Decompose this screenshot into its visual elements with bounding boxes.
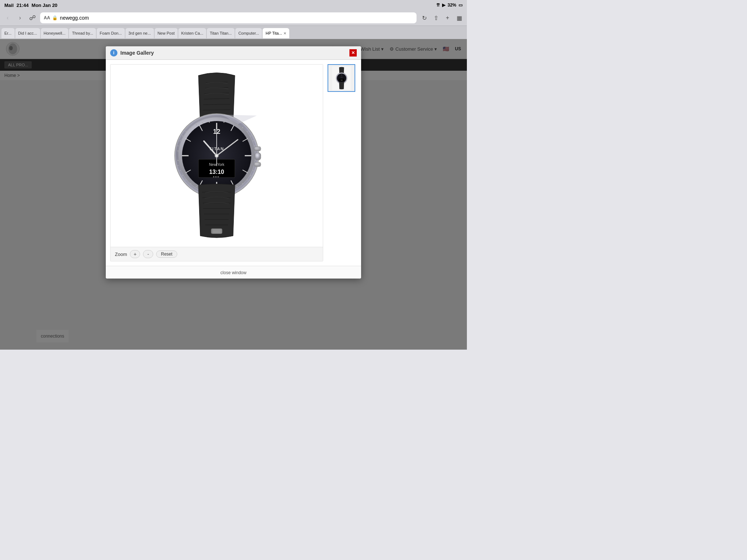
- font-size-indicator: AA: [44, 15, 50, 20]
- svg-point-59: [190, 183, 191, 184]
- svg-point-46: [202, 122, 203, 124]
- image-gallery-modal: i Image Gallery ✕: [106, 46, 361, 279]
- svg-point-35: [254, 145, 255, 147]
- svg-rect-80: [255, 148, 261, 149]
- svg-point-54: [178, 160, 179, 161]
- svg-text:13:10: 13:10: [209, 169, 224, 175]
- status-day: Mon Jan 20: [32, 3, 58, 8]
- thumbnail-area: 12 TITAN New York 13:10: [328, 64, 357, 261]
- tab-label-5: 3rd gen ne...: [128, 31, 151, 35]
- svg-point-34: [253, 140, 254, 141]
- zoom-out-button[interactable]: -: [143, 250, 153, 258]
- battery-icon: ▭: [458, 3, 462, 8]
- thumbnail-watch-svg: 12 TITAN New York 13:10: [330, 66, 353, 90]
- tab-5[interactable]: 3rd gen ne...: [125, 28, 154, 38]
- zoom-label: Zoom: [115, 252, 127, 257]
- svg-rect-79: [255, 147, 261, 148]
- close-window-bar: close window: [106, 266, 361, 279]
- tab-8[interactable]: Titan Titan...: [207, 28, 235, 38]
- tab-6[interactable]: New Post: [155, 28, 178, 38]
- tab-2[interactable]: Honeywell...: [41, 28, 69, 38]
- address-bar[interactable]: AA 🔒 newegg.com: [40, 12, 417, 23]
- svg-rect-85: [255, 162, 261, 163]
- status-bar-left: Mail 21:44 Mon Jan 20: [4, 3, 57, 8]
- tab-3[interactable]: Thread by...: [69, 28, 96, 38]
- svg-line-8: [203, 110, 231, 110]
- svg-point-49: [186, 131, 187, 132]
- svg-point-56: [180, 170, 181, 171]
- thumbnail-1[interactable]: 12 TITAN New York 13:10: [328, 64, 355, 92]
- status-time: 21:44: [16, 3, 28, 8]
- modal-body: 12 TITAN New York 13:10: [106, 60, 361, 266]
- watch-image: 12 TITAN New York 13:10: [147, 68, 286, 243]
- tab-label-6: New Post: [158, 31, 175, 35]
- tab-1[interactable]: Did I acc...: [15, 28, 40, 38]
- tab-label-0: Er...: [4, 31, 12, 35]
- zoom-bar: Zoom + - Reset: [111, 247, 323, 261]
- svg-point-53: [178, 151, 179, 152]
- svg-point-51: [180, 140, 181, 141]
- zoom-in-button[interactable]: +: [130, 250, 140, 258]
- tab-label-10: HP Tita...: [266, 31, 282, 35]
- share-button[interactable]: ⇧: [431, 13, 441, 23]
- svg-rect-86: [255, 163, 261, 164]
- tab-10-active[interactable]: HP Tita... ✕: [263, 28, 289, 38]
- svg-point-77: [216, 155, 218, 157]
- info-letter: i: [113, 50, 114, 55]
- svg-point-43: [237, 186, 238, 187]
- lock-icon: 🔒: [52, 15, 58, 20]
- modal-close-button[interactable]: ✕: [349, 49, 357, 57]
- bookmarks-button[interactable]: ☍: [28, 13, 37, 23]
- svg-text:13:10: 13:10: [340, 80, 342, 81]
- page-background: 🛒 0 Items ♥ Wish List ▾ ⚙ Customer Servi…: [0, 39, 467, 350]
- tabs-button[interactable]: ▦: [454, 13, 464, 23]
- close-tab-icon[interactable]: ✕: [283, 31, 286, 35]
- tab-label-2: Honeywell...: [44, 31, 66, 35]
- svg-point-41: [247, 179, 248, 180]
- svg-rect-98: [213, 231, 220, 232]
- close-window-link[interactable]: close window: [220, 270, 246, 275]
- svg-rect-88: [255, 166, 261, 167]
- new-tab-button[interactable]: +: [443, 13, 452, 23]
- svg-point-28: [224, 122, 225, 123]
- signal-icon: ▶: [442, 3, 445, 8]
- svg-point-50: [182, 136, 183, 137]
- tab-0[interactable]: Er...: [1, 28, 15, 38]
- svg-rect-87: [255, 164, 261, 166]
- tab-label-3: Thread by...: [72, 31, 93, 35]
- svg-point-48: [190, 127, 191, 128]
- tab-label-7: Kristen Ca...: [181, 31, 204, 35]
- tab-4[interactable]: Foam Don...: [97, 28, 125, 38]
- forward-button[interactable]: ›: [15, 13, 25, 23]
- tab-7[interactable]: Kristen Ca...: [178, 28, 206, 38]
- modal-header: i Image Gallery ✕: [106, 46, 361, 60]
- tab-label-4: Foam Don...: [100, 31, 122, 35]
- svg-point-57: [182, 175, 183, 176]
- battery-indicator: 32%: [448, 3, 456, 8]
- svg-text:New York: New York: [340, 79, 342, 79]
- svg-point-52: [178, 145, 179, 147]
- svg-point-37: [255, 160, 256, 161]
- status-bar-right: ⇈ ▶ 32% ▭: [436, 3, 462, 8]
- wifi-icon: ⇈: [436, 3, 440, 8]
- svg-line-7: [203, 104, 230, 105]
- svg-point-31: [242, 127, 243, 128]
- svg-point-55: [178, 165, 179, 166]
- svg-point-29: [231, 122, 232, 124]
- svg-point-47: [196, 124, 197, 125]
- browser-chrome: ‹ › ☍ AA 🔒 newegg.com ↻ ⇧ + ▦: [0, 10, 467, 26]
- modal-info-icon: i: [110, 49, 117, 57]
- url-display: newegg.com: [60, 15, 89, 21]
- modal-overlay: i Image Gallery ✕: [0, 39, 467, 350]
- reload-button[interactable]: ↻: [419, 13, 429, 23]
- tabs-bar: Er... Did I acc... Honeywell... Thread b…: [0, 26, 467, 39]
- browser-actions: ↻ ⇧ + ▦: [419, 13, 464, 23]
- tab-label-1: Did I acc...: [18, 31, 37, 35]
- svg-point-69: [213, 176, 214, 178]
- svg-point-70: [216, 176, 217, 178]
- svg-point-33: [250, 136, 251, 137]
- back-button[interactable]: ‹: [3, 13, 12, 23]
- tab-label-9: Computer...: [238, 31, 259, 35]
- zoom-reset-button[interactable]: Reset: [156, 250, 177, 258]
- tab-9[interactable]: Computer...: [235, 28, 262, 38]
